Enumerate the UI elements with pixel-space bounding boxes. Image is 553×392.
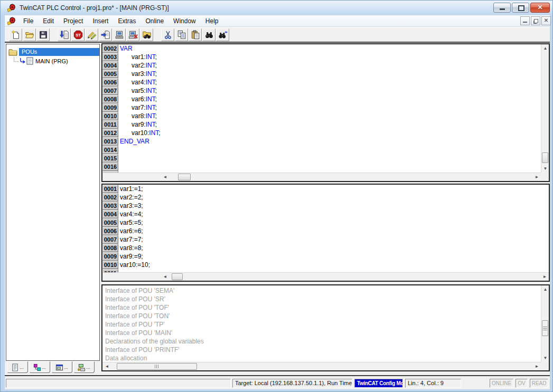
decl-hscrollbar[interactable]: ◄ ► [102, 173, 541, 181]
line-number[interactable]: 0014 [102, 146, 118, 154]
menu-item-file[interactable]: File [18, 15, 38, 27]
scroll-right-icon[interactable]: ► [541, 273, 548, 280]
menu-item-window[interactable]: Window [168, 15, 201, 27]
mdi-close-button[interactable] [541, 16, 551, 25]
message-line[interactable]: Data allocation [102, 354, 549, 362]
menu-item-extras[interactable]: Extras [113, 15, 140, 27]
line-number[interactable]: 0010 [102, 261, 118, 269]
msg-hscrollbar[interactable]: ◄ ► [102, 362, 541, 370]
line-number[interactable]: 0001 [102, 185, 118, 193]
line-number[interactable]: 0009 [102, 103, 118, 112]
code-line[interactable]: 0001var1:=1; [102, 185, 549, 193]
message-line[interactable]: Interface of POU 'TP' [102, 320, 549, 329]
impl-hscroll-thumb[interactable] [172, 273, 183, 280]
line-number[interactable]: 0008 [102, 95, 118, 103]
code-line[interactable]: 0008var8:=8; [102, 244, 549, 252]
tab-pou-tab[interactable]: ... [7, 361, 28, 373]
line-number[interactable]: 0006 [102, 227, 118, 235]
message-panel[interactable]: Interface of POU 'SEMA'Interface of POU … [101, 284, 550, 371]
scroll-left-icon[interactable]: ◄ [162, 273, 168, 280]
scroll-up-icon[interactable]: ▲ [542, 286, 549, 293]
decl-hscroll-thumb[interactable] [178, 174, 191, 180]
line-number[interactable]: 0005 [102, 70, 118, 78]
code-line[interactable]: 0011var9:INT; [102, 120, 549, 129]
tab-datatypes-tab[interactable]: ... [29, 361, 50, 373]
code-line[interactable]: 0012var10:INT; [102, 129, 549, 137]
line-number[interactable]: 0003 [102, 202, 118, 210]
scroll-up-icon[interactable]: ▲ [542, 45, 549, 52]
code-line[interactable]: 0007var5:INT; [102, 87, 549, 95]
decl-vscroll-thumb[interactable] [542, 152, 548, 163]
msg-vscroll-thumb[interactable] [542, 320, 548, 336]
impl-hscrollbar[interactable]: ◄ ► [102, 272, 549, 281]
line-number[interactable]: 0005 [102, 218, 118, 227]
line-number[interactable]: 0012 [102, 129, 118, 137]
compile-button[interactable] [58, 28, 71, 41]
mdi-restore-button[interactable] [531, 16, 540, 25]
logout-button[interactable] [126, 28, 139, 41]
code-line[interactable]: 0002VAR [102, 44, 549, 53]
code-line[interactable]: 0010var8:INT; [102, 112, 549, 120]
tab-resources-tab[interactable]: ... [73, 361, 95, 373]
message-line[interactable]: Interface of POU 'PRINTF' [102, 346, 549, 354]
code-line[interactable]: 0002var2:=2; [102, 193, 549, 202]
paste-button[interactable] [189, 28, 202, 41]
message-line[interactable]: Interface of POU 'TOF' [102, 303, 549, 312]
new-file-button[interactable] [9, 28, 22, 41]
line-number[interactable]: 0013 [102, 137, 118, 146]
code-line[interactable]: 0007var7:=7; [102, 235, 549, 244]
line-number[interactable]: 0016 [102, 162, 118, 171]
cut-button[interactable] [161, 28, 174, 41]
message-line[interactable]: Interface of POU 'SEMA' [102, 286, 549, 295]
code-line[interactable]: 0003var1:INT; [102, 53, 549, 61]
scroll-left-icon[interactable]: ◄ [104, 363, 110, 370]
code-line[interactable]: 0016 [102, 162, 549, 171]
login-button[interactable] [113, 28, 126, 41]
mdi-minimize-button[interactable] [520, 16, 530, 25]
line-number[interactable]: 0004 [102, 61, 118, 70]
message-line[interactable]: Interface of POU 'SR' [102, 295, 549, 303]
tree-item-main-prg[interactable]: MAIN (PRG) [14, 56, 99, 65]
titlebar[interactable]: TwinCAT PLC Control - proj1.pro* - [MAIN… [1, 1, 553, 15]
code-line[interactable]: 0006var6:=6; [102, 227, 549, 235]
global-search-button[interactable] [140, 28, 153, 41]
save-button[interactable] [36, 28, 50, 41]
code-line[interactable]: 0009var7:INT; [102, 103, 549, 112]
line-number[interactable]: 0008 [102, 244, 118, 252]
code-line[interactable]: 0009var9:=9; [102, 252, 549, 261]
message-line[interactable]: Declarations of the global variables [102, 337, 549, 346]
menu-item-project[interactable]: Project [59, 15, 88, 27]
line-number[interactable]: 0015 [102, 154, 118, 162]
scroll-right-icon[interactable]: ► [533, 174, 540, 180]
msg-vscrollbar[interactable]: ▲ ▼ [541, 285, 549, 362]
menu-item-edit[interactable]: Edit [38, 15, 59, 27]
object-organizer[interactable]: POUs MAIN (PRG) [6, 44, 100, 361]
code-line[interactable]: 0010var10:=10; [102, 261, 549, 269]
code-line[interactable]: 0004var4:=4; [102, 210, 549, 218]
message-line[interactable]: Interface of POU 'TON' [102, 312, 549, 320]
menu-item-online[interactable]: Online [140, 15, 168, 27]
minimize-button[interactable] [493, 3, 511, 13]
implementation-editor[interactable]: 0001var1:=1;0002var2:=2;0003var3:=3;0004… [101, 184, 550, 282]
st-editor-button[interactable] [71, 28, 85, 41]
scroll-down-icon[interactable]: ▼ [542, 355, 549, 361]
line-number[interactable]: 0003 [102, 53, 118, 61]
close-button[interactable] [530, 3, 550, 13]
menu-item-insert[interactable]: Insert [88, 15, 113, 27]
line-number[interactable]: 0004 [102, 210, 118, 218]
line-number[interactable]: 0002 [102, 44, 118, 53]
find-button[interactable] [202, 28, 215, 41]
line-number[interactable]: 0007 [102, 87, 118, 95]
tree-item-pous[interactable]: POUs [8, 47, 99, 56]
code-line[interactable]: 0006var4:INT; [102, 78, 549, 87]
line-number[interactable]: 0009 [102, 252, 118, 261]
code-line[interactable]: 0013END_VAR [102, 137, 549, 146]
line-number[interactable]: 0010 [102, 112, 118, 120]
code-line[interactable]: 0005var3:INT; [102, 70, 549, 78]
scroll-down-icon[interactable]: ▼ [542, 165, 549, 172]
code-line[interactable]: 0015 [102, 154, 549, 162]
scroll-left-icon[interactable]: ◄ [162, 174, 168, 180]
copy-button[interactable] [175, 28, 188, 41]
find-next-button[interactable] [216, 28, 229, 41]
line-number[interactable]: 0007 [102, 235, 118, 244]
